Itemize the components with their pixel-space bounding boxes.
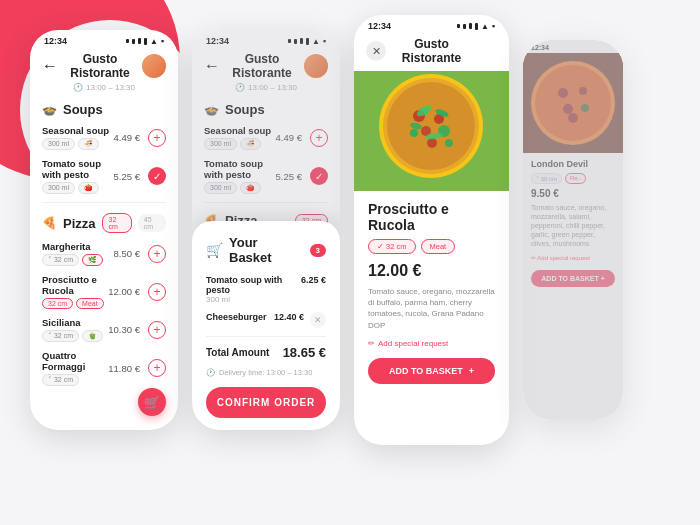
avatar-img-1 (142, 54, 166, 78)
product-sizes: ✓ 32 cm Meat (368, 239, 495, 254)
soup-1-price: 4.49 € (114, 132, 140, 143)
status-icons-3: ▲ ▪ (457, 21, 495, 31)
pizza-size-alt: 45 cm (138, 214, 166, 232)
soup-1-info: Seasonal soup 300 ml 🍜 (42, 125, 110, 150)
pizza-1-type: 🌿 (82, 254, 103, 266)
basket-title: Your Basket (229, 235, 304, 265)
soup-2-2-icon: 🍅 (240, 182, 261, 194)
basket-item-1: Tomato soup with pesto 300 ml 6.25 € (206, 275, 326, 304)
add-basket-plus: + (469, 366, 474, 376)
pizza-1-info: Margherita ˂ 32 cm 🌿 (42, 241, 110, 266)
restaurant-title-2: Gusto Ristorante (220, 52, 304, 80)
app-header-2: ← Gusto Ristorante (192, 48, 340, 86)
pizza-3-add-button[interactable]: + (148, 321, 166, 339)
edit-icon: ✏ (368, 339, 375, 348)
pizza-1-add-button[interactable]: + (148, 245, 166, 263)
size-pill-meat[interactable]: Meat (421, 239, 456, 254)
delivery-time-text: Delivery time: 13:00 – 13:30 (219, 368, 312, 377)
soup-2-1-price: 4.49 € (276, 132, 302, 143)
signal-3-2 (463, 24, 466, 29)
status-bar-1: 12:34 ▲ ▪ (30, 30, 178, 48)
special-request[interactable]: ✏ Add special request (368, 339, 495, 348)
soup-2-1-size: 300 ml (204, 138, 237, 150)
soup-2-check-button[interactable]: ✓ (148, 167, 166, 185)
soup-1-add-button[interactable]: + (148, 129, 166, 147)
basket-item-1-info: Tomato soup with pesto 300 ml (206, 275, 295, 304)
basket-total-row: Total Amount 18.65 € (206, 336, 326, 360)
svg-point-3 (387, 82, 475, 170)
basket-count: 3 (310, 244, 326, 257)
confirm-order-button[interactable]: CONFIRM ORDER (206, 387, 326, 418)
battery-icon: ▪ (161, 36, 164, 46)
soup-2-1-add[interactable]: + (310, 129, 328, 147)
pizza-icon: 🍕 (42, 216, 57, 230)
pizza-1-name: Margherita (42, 241, 110, 252)
pizza-4-price: 11.80 € (108, 363, 140, 374)
soup-2-2-check[interactable]: ✓ (310, 167, 328, 185)
signal-2-1 (288, 39, 291, 43)
soup-1-icon-tag: 🍜 (78, 138, 99, 150)
pizza-3-name: Siciliana (42, 317, 104, 328)
back-button-2[interactable]: ← (204, 57, 220, 75)
soup-1-tags: 300 ml 🍜 (42, 138, 110, 150)
pizza-2-price: 12.00 € (108, 286, 140, 297)
status-bar-3: 12:34 ▲ ▪ (354, 15, 509, 33)
wifi-icon-2: ▲ (312, 37, 320, 46)
basket-total-value: 18.65 € (283, 345, 326, 360)
soups-icon: 🍲 (42, 103, 57, 117)
svg-point-10 (445, 139, 453, 147)
signal-3-4 (475, 23, 478, 30)
soup-2-tags: 300 ml 🍅 (42, 182, 110, 194)
close-button-3[interactable]: ✕ (366, 41, 386, 61)
pizza-2-type: Meat (76, 298, 104, 309)
pizza-4-add-button[interactable]: + (148, 359, 166, 377)
basket-item-2-remove[interactable]: ✕ (310, 312, 326, 328)
soups-title: Soups (63, 102, 103, 117)
soup-2-1-info: Seasonal soup 300 ml 🍜 (204, 125, 272, 150)
basket-overlay: 🛒 Your Basket 3 Tomato soup with pesto 3… (192, 221, 340, 430)
basket-item-2: Cheeseburger 12.40 € ✕ (206, 312, 326, 328)
soup-item-2-1: Seasonal soup 300 ml 🍜 4.49 € + (192, 121, 340, 154)
soups-title-2: Soups (225, 102, 265, 117)
soup-1-size: 300 ml (42, 138, 75, 150)
status-icons-1: ▲ ▪ (126, 36, 164, 46)
status-icons-2: ▲ ▪ (288, 36, 326, 46)
add-basket-label: ADD TO BASKET (389, 366, 463, 376)
pizza-3-info: Siciliana ˂ 32 cm 🫑 (42, 317, 104, 342)
pizza-2-tags: 32 cm Meat (42, 298, 104, 309)
soup-2-1-icon: 🍜 (240, 138, 261, 150)
soup-item-1: Seasonal soup 300 ml 🍜 4.49 € + (30, 121, 178, 154)
basket-item-1-sub: 300 ml (206, 295, 295, 304)
pizza-2-size: 32 cm (42, 298, 73, 309)
pizza-1-size: ˂ 32 cm (42, 254, 79, 266)
product-detail-body: Prosciutto e Rucola ✓ 32 cm Meat 12.00 €… (354, 191, 509, 394)
pizza-item-4: Quattro Formaggi ˂ 32 cm 11.80 € + (30, 346, 178, 390)
back-button-1[interactable]: ← (42, 57, 58, 75)
soup-2-name: Tomato soup with pesto (42, 158, 110, 180)
product-price: 12.00 € (368, 262, 495, 280)
pizza-1-tags: ˂ 32 cm 🌿 (42, 254, 110, 266)
svg-point-8 (410, 129, 418, 137)
soup-item-2-2: Tomato soup with pesto 300 ml 🍅 5.25 € ✓ (192, 154, 340, 198)
add-to-basket-button[interactable]: ADD TO BASKET + (368, 358, 495, 384)
signal-4 (144, 38, 147, 45)
signal-2-3 (300, 38, 303, 44)
phone-4: 12:34 London Devil ˂ 30 cm Re.. 9.50 € T… (523, 40, 623, 420)
battery-icon-2: ▪ (323, 36, 326, 46)
product-name: Prosciutto e Rucola (368, 201, 495, 233)
soups-section-header: 🍲 Soups (30, 96, 178, 121)
signal-2 (132, 39, 135, 44)
size-pill-32[interactable]: ✓ 32 cm (368, 239, 416, 254)
battery-icon-3: ▪ (492, 21, 495, 31)
cart-fab[interactable]: 🛒 (138, 388, 166, 416)
app-header-3: ✕ Gusto Ristorante (354, 33, 509, 71)
pizza-size-selected: 32 cm (102, 213, 132, 233)
pizza-item-2: Prosciutto e Rucola 32 cm Meat 12.00 € + (30, 270, 178, 313)
pizza-3-size: ˂ 32 cm (42, 330, 79, 342)
clock-icon: 🕐 (206, 368, 215, 377)
pizza-2-add-button[interactable]: + (148, 283, 166, 301)
soup-1-name: Seasonal soup (42, 125, 110, 136)
basket-item-1-price: 6.25 € (301, 275, 326, 285)
pizza-item-1: Margherita ˂ 32 cm 🌿 8.50 € + (30, 237, 178, 270)
soup-2-2-tags: 300 ml 🍅 (204, 182, 272, 194)
